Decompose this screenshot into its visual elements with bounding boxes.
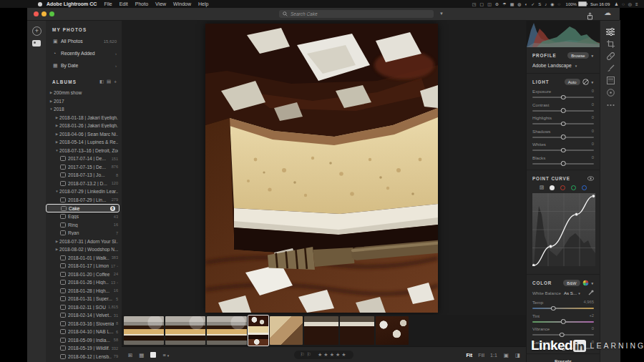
folder-2018-04-06-sean-marc-ni[interactable]: ▶2018-04-06 | Sean Marc Ni... bbox=[46, 130, 122, 139]
crop-tool-icon[interactable] bbox=[600, 38, 620, 50]
folder-2018-01-26-jakari-eyeligh[interactable]: ▶2018-01-26 | Jakari Eyeligh... bbox=[46, 122, 122, 130]
slider-knob[interactable] bbox=[561, 134, 566, 140]
folder-2017[interactable]: ▶2017 bbox=[46, 97, 122, 106]
folder-2018-01-18-jakari-eyeligh[interactable]: ▶2018-01-18 | Jakari Eyeligh... bbox=[46, 114, 122, 122]
menu-edit[interactable]: Edit bbox=[119, 1, 128, 6]
zoom-mode-fill[interactable]: Fill bbox=[478, 353, 484, 358]
album-item-2018-07-13-2-d[interactable]: 2018-07-13.2 | D...120 bbox=[46, 180, 122, 188]
eye-visibility-icon[interactable] bbox=[587, 175, 594, 182]
slider-track[interactable] bbox=[532, 123, 594, 124]
slider-knob[interactable] bbox=[551, 306, 556, 311]
square-grid-view-icon[interactable]: ▦ bbox=[139, 352, 144, 358]
curve-point[interactable] bbox=[532, 264, 535, 266]
album-item-ryan[interactable]: Ryan7 bbox=[46, 229, 122, 238]
status-icon-2[interactable]: ◫ bbox=[487, 2, 492, 6]
edit-tool-icon[interactable] bbox=[600, 26, 620, 38]
eyedropper-icon[interactable] bbox=[588, 290, 594, 296]
album-item-2018-01-28-high[interactable]: 2018-01-28 | High...16 bbox=[46, 287, 122, 295]
menu-help[interactable]: Help bbox=[198, 1, 208, 6]
status-icon-5[interactable]: ▦ bbox=[510, 2, 514, 6]
filmstrip-thumbnail-7[interactable] bbox=[340, 316, 374, 345]
curve-point[interactable] bbox=[575, 212, 577, 215]
slider-track[interactable] bbox=[532, 321, 594, 323]
my-photos-view-icon[interactable] bbox=[32, 40, 41, 47]
status-icon-0[interactable]: ◳ bbox=[472, 2, 477, 6]
channel-red-button[interactable] bbox=[560, 185, 565, 190]
sort-icon[interactable]: ≡▾ bbox=[162, 352, 169, 358]
filmstrip-thumbnail-8[interactable] bbox=[376, 316, 409, 345]
profile-dropdown[interactable]: Adobe Landscape ▾ bbox=[532, 63, 594, 68]
apple-menu-icon[interactable] bbox=[38, 2, 42, 6]
presets-button[interactable]: Presets bbox=[527, 353, 600, 362]
folder-2018[interactable]: ▼2018 bbox=[46, 105, 122, 114]
filmstrip-thumbnail-5[interactable] bbox=[270, 316, 303, 345]
channel-parametric-icon[interactable]: ▨ bbox=[540, 185, 545, 190]
color-wheel-icon[interactable] bbox=[582, 280, 589, 286]
status-icon-9[interactable]: S bbox=[538, 2, 541, 6]
album-item-ring[interactable]: Ring16 bbox=[46, 221, 122, 230]
filmstrip-thumbnail-1[interactable] bbox=[124, 316, 164, 345]
album-item-2018-05-19-wildlif[interactable]: 2018-05-19 | Wildlif...332 bbox=[46, 344, 122, 353]
slider-knob[interactable] bbox=[561, 148, 566, 153]
album-item-2018-01-26-high[interactable]: 2018-01-26 | High...13◦ bbox=[46, 278, 122, 287]
app-menu-title[interactable]: Adobe Lightroom CC bbox=[47, 1, 97, 6]
folder-2018-07-31-adorn-your-sl[interactable]: ▶2018-07-31 | Adorn Your Sl... bbox=[46, 238, 122, 246]
slider-track[interactable] bbox=[532, 163, 594, 165]
album-item-cake[interactable]: Cake8 bbox=[46, 204, 119, 212]
grid-view-icon[interactable]: ⊞ bbox=[128, 352, 132, 358]
album-item-2018-01-01-walk[interactable]: 2018-01-01 | Walk...383 bbox=[46, 254, 122, 263]
channel-blue-button[interactable] bbox=[582, 185, 587, 190]
browse-button[interactable]: Browse bbox=[567, 52, 588, 59]
folder-2018-08-02-woodshop-n[interactable]: ▶2018-08-02 | Woodshop N... bbox=[46, 245, 122, 254]
filmstrip-thumbnail-2[interactable] bbox=[165, 316, 205, 345]
folder-2018-07-29-linkedin-lear[interactable]: ▼2018-07-29 | LinkedIn Lear... bbox=[46, 187, 122, 196]
bw-button[interactable]: B&W bbox=[563, 280, 580, 286]
radial-gradient-tool-icon[interactable] bbox=[600, 87, 620, 99]
album-item-2018-01-17-limon[interactable]: 2018-01-17 | Limon...17◦ bbox=[46, 262, 122, 270]
album-item-2018-07-29-lin[interactable]: 2018-07-29 | Lin...279 bbox=[46, 196, 122, 205]
folder-200mm-show[interactable]: ▶200mm show bbox=[46, 89, 122, 97]
add-album-button[interactable]: + bbox=[114, 79, 117, 84]
album-item-2018-01-31-super[interactable]: 2018-01-31 | Super...5 bbox=[46, 295, 122, 303]
healing-brush-tool-icon[interactable] bbox=[600, 50, 620, 62]
slider-track[interactable] bbox=[532, 150, 594, 151]
close-window-button[interactable] bbox=[34, 11, 39, 16]
curve-point[interactable] bbox=[592, 195, 595, 197]
tone-curve-icon[interactable] bbox=[582, 79, 589, 85]
linear-gradient-tool-icon[interactable] bbox=[600, 74, 620, 87]
slider-knob[interactable] bbox=[560, 333, 565, 338]
status-icon-11[interactable]: ◉ bbox=[550, 2, 554, 6]
profile-chevron-icon[interactable]: ▾ bbox=[592, 54, 594, 58]
slider-track[interactable] bbox=[532, 308, 594, 309]
folder-2018-05-14-lupines-re[interactable]: ▶2018-05-14 | Lupines & Re... bbox=[46, 138, 122, 147]
minimize-window-button[interactable] bbox=[42, 11, 47, 16]
status-icon-6[interactable]: ◍ bbox=[517, 2, 521, 6]
albums-view-grid-icon[interactable]: ◧ bbox=[99, 79, 104, 84]
status-icon-8[interactable]: ✓ bbox=[531, 2, 535, 6]
zoom-mode-fit[interactable]: Fit bbox=[467, 353, 473, 358]
slider-knob[interactable] bbox=[561, 319, 566, 324]
slider-track[interactable] bbox=[532, 334, 594, 336]
album-item-2018-01-20-coffee[interactable]: 2018-01-20 | Coffee24 bbox=[46, 270, 122, 279]
album-item-2018-02-14-velvet[interactable]: 2018-02-14 | Velvet...31 bbox=[46, 311, 122, 320]
channel-green-button[interactable] bbox=[571, 185, 576, 190]
status-icon-12[interactable]: ◌ bbox=[557, 2, 560, 6]
flag-icon-2[interactable]: ⚐ bbox=[307, 352, 311, 357]
folder-2018-07-13-16-detroit-zoo[interactable]: ▼2018-07-13–16 | Detroit, Zoo bbox=[46, 147, 122, 155]
cloud-sync-icon[interactable]: ☁ bbox=[604, 9, 611, 16]
album-item-eggs[interactable]: Eggs43 bbox=[46, 212, 122, 221]
menu-view[interactable]: View bbox=[155, 1, 166, 6]
menubar-trailing-icon-0[interactable]: ♟ bbox=[615, 2, 618, 6]
zoom-window-button[interactable] bbox=[49, 11, 54, 16]
slider-track[interactable] bbox=[532, 137, 594, 138]
tone-curve-editor[interactable] bbox=[532, 193, 595, 266]
album-item-2018-03-16-slovenia[interactable]: 2018-03-16 | Slovenia8 bbox=[46, 320, 122, 328]
sidebar-item-by-date[interactable]: ▦By Date› bbox=[46, 59, 122, 72]
menu-file[interactable]: File bbox=[104, 1, 112, 6]
slider-track[interactable] bbox=[532, 97, 594, 98]
menubar-trailing-icon-2[interactable]: ◎ bbox=[628, 2, 632, 6]
panel-toggle-icon[interactable]: ◨ bbox=[515, 352, 520, 358]
info-icon[interactable]: ▣ bbox=[504, 352, 509, 358]
status-icon-4[interactable]: ☂ bbox=[502, 2, 506, 6]
share-icon[interactable] bbox=[587, 10, 593, 23]
